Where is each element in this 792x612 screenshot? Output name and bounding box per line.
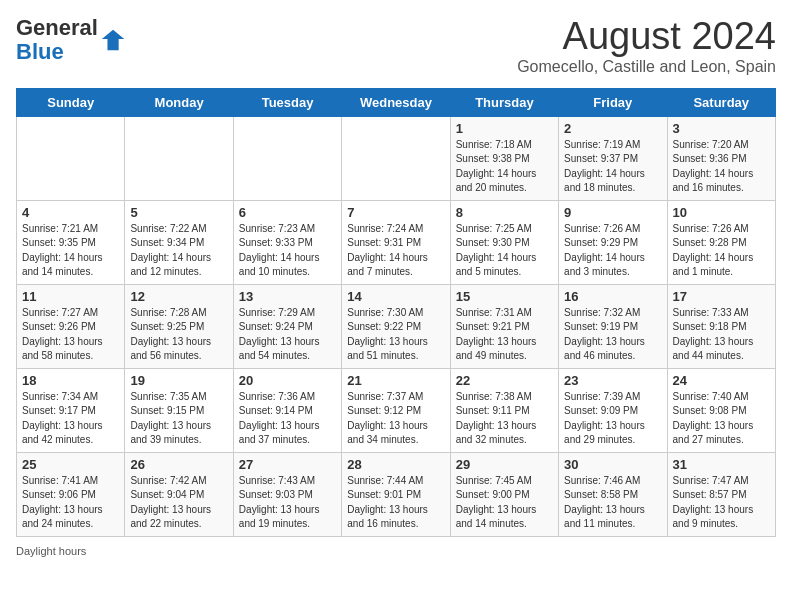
calendar-week-row: 25Sunrise: 7:41 AM Sunset: 9:06 PM Dayli… [17,452,776,536]
day-info: Sunrise: 7:22 AM Sunset: 9:34 PM Dayligh… [130,222,227,280]
day-number: 13 [239,289,336,304]
day-info: Sunrise: 7:37 AM Sunset: 9:12 PM Dayligh… [347,390,444,448]
day-number: 17 [673,289,770,304]
day-info: Sunrise: 7:42 AM Sunset: 9:04 PM Dayligh… [130,474,227,532]
day-of-week-header: Tuesday [233,88,341,116]
calendar-header: SundayMondayTuesdayWednesdayThursdayFrid… [17,88,776,116]
day-number: 8 [456,205,553,220]
day-number: 21 [347,373,444,388]
calendar-cell: 2Sunrise: 7:19 AM Sunset: 9:37 PM Daylig… [559,116,667,200]
day-number: 11 [22,289,119,304]
subtitle: Gomecello, Castille and Leon, Spain [517,58,776,76]
day-of-week-header: Thursday [450,88,558,116]
calendar-cell: 3Sunrise: 7:20 AM Sunset: 9:36 PM Daylig… [667,116,775,200]
calendar-cell: 16Sunrise: 7:32 AM Sunset: 9:19 PM Dayli… [559,284,667,368]
calendar-cell [233,116,341,200]
day-info: Sunrise: 7:18 AM Sunset: 9:38 PM Dayligh… [456,138,553,196]
calendar-cell: 5Sunrise: 7:22 AM Sunset: 9:34 PM Daylig… [125,200,233,284]
title-area: August 2024 Gomecello, Castille and Leon… [517,16,776,76]
day-number: 20 [239,373,336,388]
day-number: 6 [239,205,336,220]
calendar-cell: 18Sunrise: 7:34 AM Sunset: 9:17 PM Dayli… [17,368,125,452]
calendar-cell: 14Sunrise: 7:30 AM Sunset: 9:22 PM Dayli… [342,284,450,368]
day-info: Sunrise: 7:46 AM Sunset: 8:58 PM Dayligh… [564,474,661,532]
footer-note: Daylight hours [16,545,776,557]
calendar-cell: 12Sunrise: 7:28 AM Sunset: 9:25 PM Dayli… [125,284,233,368]
day-number: 28 [347,457,444,472]
day-number: 1 [456,121,553,136]
calendar-cell: 24Sunrise: 7:40 AM Sunset: 9:08 PM Dayli… [667,368,775,452]
day-of-week-header: Friday [559,88,667,116]
calendar-cell: 4Sunrise: 7:21 AM Sunset: 9:35 PM Daylig… [17,200,125,284]
calendar-cell: 1Sunrise: 7:18 AM Sunset: 9:38 PM Daylig… [450,116,558,200]
calendar-cell: 29Sunrise: 7:45 AM Sunset: 9:00 PM Dayli… [450,452,558,536]
logo-blue: Blue [16,39,64,64]
day-number: 2 [564,121,661,136]
day-number: 23 [564,373,661,388]
calendar-cell: 26Sunrise: 7:42 AM Sunset: 9:04 PM Dayli… [125,452,233,536]
header: General Blue August 2024 Gomecello, Cast… [16,16,776,76]
day-number: 15 [456,289,553,304]
calendar-cell: 9Sunrise: 7:26 AM Sunset: 9:29 PM Daylig… [559,200,667,284]
day-info: Sunrise: 7:40 AM Sunset: 9:08 PM Dayligh… [673,390,770,448]
day-info: Sunrise: 7:44 AM Sunset: 9:01 PM Dayligh… [347,474,444,532]
day-number: 29 [456,457,553,472]
calendar-cell: 17Sunrise: 7:33 AM Sunset: 9:18 PM Dayli… [667,284,775,368]
day-number: 3 [673,121,770,136]
day-number: 5 [130,205,227,220]
calendar-cell [125,116,233,200]
day-info: Sunrise: 7:29 AM Sunset: 9:24 PM Dayligh… [239,306,336,364]
calendar-week-row: 1Sunrise: 7:18 AM Sunset: 9:38 PM Daylig… [17,116,776,200]
day-number: 7 [347,205,444,220]
logo-icon [100,26,128,54]
calendar-cell [17,116,125,200]
day-info: Sunrise: 7:31 AM Sunset: 9:21 PM Dayligh… [456,306,553,364]
day-number: 22 [456,373,553,388]
daylight-label: Daylight hours [16,545,86,557]
logo-general: General [16,15,98,40]
calendar-week-row: 11Sunrise: 7:27 AM Sunset: 9:26 PM Dayli… [17,284,776,368]
calendar-cell: 7Sunrise: 7:24 AM Sunset: 9:31 PM Daylig… [342,200,450,284]
day-of-week-header: Monday [125,88,233,116]
calendar-cell: 15Sunrise: 7:31 AM Sunset: 9:21 PM Dayli… [450,284,558,368]
day-number: 10 [673,205,770,220]
day-number: 27 [239,457,336,472]
day-info: Sunrise: 7:19 AM Sunset: 9:37 PM Dayligh… [564,138,661,196]
calendar-cell: 22Sunrise: 7:38 AM Sunset: 9:11 PM Dayli… [450,368,558,452]
day-number: 30 [564,457,661,472]
calendar-cell: 31Sunrise: 7:47 AM Sunset: 8:57 PM Dayli… [667,452,775,536]
day-number: 31 [673,457,770,472]
calendar-cell: 20Sunrise: 7:36 AM Sunset: 9:14 PM Dayli… [233,368,341,452]
day-info: Sunrise: 7:45 AM Sunset: 9:00 PM Dayligh… [456,474,553,532]
calendar-cell: 25Sunrise: 7:41 AM Sunset: 9:06 PM Dayli… [17,452,125,536]
day-info: Sunrise: 7:43 AM Sunset: 9:03 PM Dayligh… [239,474,336,532]
calendar-cell: 21Sunrise: 7:37 AM Sunset: 9:12 PM Dayli… [342,368,450,452]
day-info: Sunrise: 7:34 AM Sunset: 9:17 PM Dayligh… [22,390,119,448]
day-info: Sunrise: 7:21 AM Sunset: 9:35 PM Dayligh… [22,222,119,280]
svg-marker-0 [102,30,124,51]
day-number: 12 [130,289,227,304]
logo: General Blue [16,16,128,64]
day-info: Sunrise: 7:26 AM Sunset: 9:28 PM Dayligh… [673,222,770,280]
day-info: Sunrise: 7:35 AM Sunset: 9:15 PM Dayligh… [130,390,227,448]
day-of-week-header: Saturday [667,88,775,116]
main-title: August 2024 [517,16,776,58]
day-info: Sunrise: 7:20 AM Sunset: 9:36 PM Dayligh… [673,138,770,196]
day-number: 14 [347,289,444,304]
calendar-cell: 10Sunrise: 7:26 AM Sunset: 9:28 PM Dayli… [667,200,775,284]
day-number: 26 [130,457,227,472]
calendar-cell: 23Sunrise: 7:39 AM Sunset: 9:09 PM Dayli… [559,368,667,452]
day-info: Sunrise: 7:23 AM Sunset: 9:33 PM Dayligh… [239,222,336,280]
calendar-cell: 19Sunrise: 7:35 AM Sunset: 9:15 PM Dayli… [125,368,233,452]
day-info: Sunrise: 7:36 AM Sunset: 9:14 PM Dayligh… [239,390,336,448]
day-info: Sunrise: 7:28 AM Sunset: 9:25 PM Dayligh… [130,306,227,364]
day-number: 18 [22,373,119,388]
calendar-week-row: 18Sunrise: 7:34 AM Sunset: 9:17 PM Dayli… [17,368,776,452]
calendar-cell: 30Sunrise: 7:46 AM Sunset: 8:58 PM Dayli… [559,452,667,536]
day-of-week-header: Wednesday [342,88,450,116]
calendar-cell: 6Sunrise: 7:23 AM Sunset: 9:33 PM Daylig… [233,200,341,284]
day-number: 19 [130,373,227,388]
day-number: 4 [22,205,119,220]
day-info: Sunrise: 7:47 AM Sunset: 8:57 PM Dayligh… [673,474,770,532]
day-number: 16 [564,289,661,304]
